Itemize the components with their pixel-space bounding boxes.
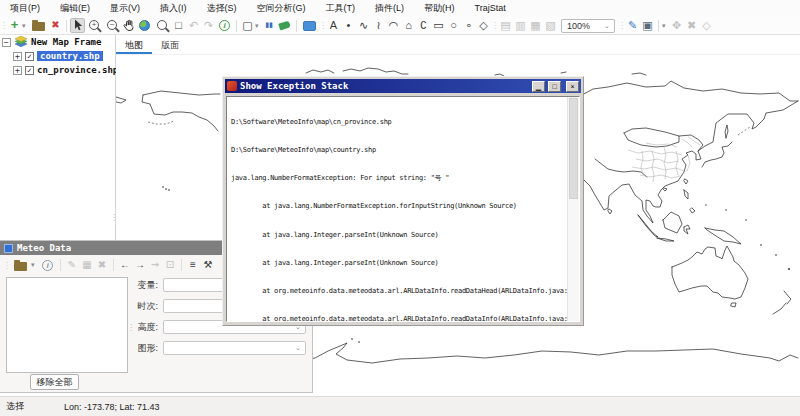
layer-node-cn-province[interactable]: + ✓ cn_province.shp <box>0 63 115 77</box>
toolbar-grip: ⋮ <box>618 21 625 30</box>
select-by-rectangle-button[interactable]: ▢ <box>240 18 255 33</box>
redo-button[interactable]: ↷ <box>201 18 216 33</box>
graphic-combo[interactable]: ⌄ <box>163 341 306 355</box>
zoom-combo-chevron-icon[interactable]: ⌄ <box>604 22 611 30</box>
toolbar-grip: ⋮ <box>491 21 498 30</box>
map-frame-node[interactable]: − New Map Frame <box>0 35 115 49</box>
label-tag-icon[interactable] <box>278 20 291 30</box>
freehand-polygon-tool-button[interactable]: ∁ <box>416 18 431 33</box>
expand-icon[interactable]: + <box>13 66 22 75</box>
menu-trajstat[interactable]: TrajStat <box>465 0 516 17</box>
toolbar-separator <box>658 20 659 32</box>
stack-line: at org.meteoinfo.data.meteodata.arl.ARLD… <box>231 287 579 296</box>
status-coordinates: Lon: -173.78; Lat: 71.43 <box>60 402 160 412</box>
add-layer-caret-icon[interactable]: ▾ <box>22 22 29 30</box>
scrollbar-thumb[interactable] <box>569 98 578 199</box>
tab-map[interactable]: 地图 <box>116 35 152 54</box>
select-caret-icon[interactable]: ▾ <box>255 22 262 30</box>
close-button[interactable]: × <box>566 81 579 92</box>
menu-geoprocessing[interactable]: 空间分析(G) <box>247 0 316 17</box>
menu-tools[interactable]: 工具(T) <box>316 0 366 17</box>
full-extent-globe-icon[interactable] <box>139 20 150 31</box>
remove-layer-button[interactable]: ✖ <box>48 18 63 33</box>
point-tool-button[interactable]: • <box>341 18 356 33</box>
dialog-titlebar[interactable]: Show Exception Stack ▁ □ × <box>225 79 581 93</box>
ellipse-tool-button[interactable]: ∘ <box>461 18 476 33</box>
menu-insert[interactable]: 插入(I) <box>150 0 197 17</box>
zoom-rectangle-button[interactable]: □ <box>171 18 186 33</box>
menu-edit[interactable]: 编辑(E) <box>50 0 100 17</box>
tab-layout[interactable]: 版面 <box>152 35 188 54</box>
add-layer-button[interactable]: + <box>7 18 22 33</box>
layer-checkbox[interactable]: ✓ <box>25 66 34 75</box>
menu-selection[interactable]: 选择(S) <box>197 0 247 17</box>
polygon-tool-button[interactable]: ⌂ <box>401 18 416 33</box>
freehand-polyline-tool-button[interactable]: ≀ <box>371 18 386 33</box>
paste-graphic-button[interactable]: ▦ <box>528 18 543 33</box>
insert-image-icon[interactable] <box>303 21 316 31</box>
layer-node-country[interactable]: + ✓ country.shp <box>0 49 115 63</box>
stack-line: at java.lang.Integer.parseInt(Unknown So… <box>231 231 579 240</box>
animate-button[interactable]: ⇝ <box>148 258 162 273</box>
move-graphics-button[interactable]: ✥ <box>669 18 684 33</box>
layer-label-country[interactable]: country.shp <box>37 51 103 61</box>
measurement-button[interactable]: ▮▮ <box>262 18 276 33</box>
circle-tool-button[interactable]: ○ <box>446 18 461 33</box>
menu-view[interactable]: 显示(V) <box>100 0 150 17</box>
open-project-folder-icon[interactable] <box>32 22 45 31</box>
menu-plugin[interactable]: 插件(L) <box>365 0 414 17</box>
zoom-level-combo[interactable]: 100%⌄ <box>561 19 615 33</box>
menu-help[interactable]: 帮助(H) <box>414 0 465 17</box>
expand-icon[interactable]: + <box>13 52 22 61</box>
collapse-icon[interactable]: − <box>2 38 11 47</box>
layer-checkbox[interactable]: ✓ <box>25 52 34 61</box>
maximize-button[interactable]: □ <box>548 81 561 92</box>
open-data-caret-icon[interactable]: ▾ <box>31 261 38 269</box>
external-view-button[interactable]: ▧ <box>543 18 558 33</box>
pan-tool-button[interactable] <box>121 18 136 33</box>
prev-time-button[interactable]: ← <box>118 258 132 273</box>
export-image-button[interactable]: ▤ <box>498 18 513 33</box>
tools-button[interactable]: ⚒ <box>201 258 215 273</box>
menu-project[interactable]: 项目(P) <box>0 0 50 17</box>
remove-all-button[interactable]: 移除全部 <box>30 374 79 390</box>
remove-data-button[interactable]: ✖ <box>95 258 109 273</box>
text-tool-button[interactable]: A <box>326 18 341 33</box>
run-button[interactable]: ⊡ <box>163 258 177 273</box>
save-project-button[interactable]: ▣ <box>640 18 655 33</box>
zoom-out-tool-button[interactable]: − <box>107 20 117 30</box>
exception-dialog[interactable]: Show Exception Stack ▁ □ × D:\Software\M… <box>222 76 584 326</box>
dialog-icon <box>227 81 237 91</box>
select-tool-button[interactable] <box>70 18 85 33</box>
stack-line: java.lang.NumberFormatException: For inp… <box>231 174 579 183</box>
zoom-in-tool-button[interactable]: + <box>89 20 99 30</box>
identify-button[interactable]: i <box>219 20 230 31</box>
data-list-button[interactable]: ≡ <box>186 258 200 273</box>
zoom-to-layer-button[interactable] <box>157 20 167 30</box>
copy-graphic-button[interactable]: ▥ <box>513 18 528 33</box>
stack-line: D:\Software\MeteoInfo\map\country.shp <box>231 146 579 155</box>
edit-pencil-button[interactable]: ✎ <box>625 18 640 33</box>
rectangle-tool-button[interactable]: ▭ <box>431 18 446 33</box>
data-file-listbox[interactable] <box>6 277 128 373</box>
data-info-button[interactable]: i <box>42 260 53 271</box>
chevron-down-icon: ⌄ <box>295 344 302 352</box>
layer-label-cn-province[interactable]: cn_province.shp <box>37 65 118 75</box>
next-time-button[interactable]: → <box>133 258 147 273</box>
undo-button[interactable]: ↶ <box>186 18 201 33</box>
toolbar-grip: ⋮ <box>3 261 10 270</box>
delete-graphics-button[interactable]: ✖ <box>684 18 699 33</box>
lasso-tool-button[interactable]: ◇ <box>476 18 491 33</box>
curve-tool-button[interactable]: ◠ <box>386 18 401 33</box>
meteoinfo-window: 项目(P) 编辑(E) 显示(V) 插入(I) 选择(S) 空间分析(G) 工具… <box>0 0 800 416</box>
minimize-button[interactable]: ▁ <box>532 81 545 92</box>
toolbar-separator <box>296 20 297 32</box>
open-data-folder-icon[interactable] <box>14 262 27 271</box>
select-graphics-button[interactable]: ◇ <box>699 18 714 33</box>
graphics-dropdown-button[interactable]: ▾ <box>662 22 669 30</box>
table-view-button[interactable]: ▦ <box>80 258 94 273</box>
polyline-tool-button[interactable]: ∿ <box>356 18 371 33</box>
dialog-scrollbar[interactable] <box>567 97 579 321</box>
menu-bar: 项目(P) 编辑(E) 显示(V) 插入(I) 选择(S) 空间分析(G) 工具… <box>0 0 800 17</box>
draw-setting-button[interactable]: ✎ <box>65 258 79 273</box>
